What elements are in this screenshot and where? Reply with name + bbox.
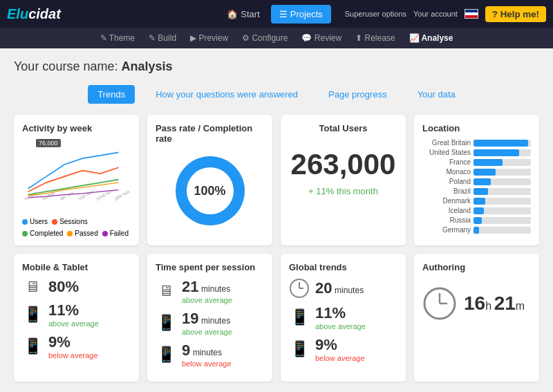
authoring-card: Authoring 16h 21m xyxy=(414,254,539,382)
superuser-link[interactable]: Superuser options xyxy=(345,10,406,18)
account-link[interactable]: Your account xyxy=(413,10,458,18)
passrate-title: Pass rate / Completion rate xyxy=(156,123,264,144)
tab-questions[interactable]: How your questions were answered xyxy=(146,85,308,104)
mobile-desktop-value: 80% xyxy=(48,278,79,296)
mobile-desktop-stat: 🖥 80% xyxy=(22,278,131,296)
activity-chart: 76,000 1st Oct 1st Nov 8th Nov xyxy=(22,139,131,215)
activity-card: Activity by week 76,000 1st Oct 1st xyxy=(14,115,139,245)
timespent-card: Time spent per session 🖥 21 minutes abov… xyxy=(147,254,272,382)
legend-users-dot xyxy=(22,219,28,225)
authoring-clock-icon xyxy=(422,286,457,321)
bar-great-britain: Great Britain xyxy=(422,139,531,147)
tablet-icon: 📱 xyxy=(22,337,43,355)
donut-chart: 100% xyxy=(176,156,245,225)
mobile-card: Mobile & Tablet 🖥 80% 📱 11% above averag… xyxy=(14,254,139,382)
subnav-analyse[interactable]: 📈 Analyse xyxy=(409,33,453,43)
bar-poland: Poland xyxy=(422,178,531,185)
donut-value: 100% xyxy=(194,184,225,198)
globaltrends-mobile-sub: above average xyxy=(315,322,366,330)
legend-failed-dot xyxy=(102,231,108,236)
globaltrends-desktop-unit: minutes xyxy=(335,286,364,295)
tab-bar: Trends How your questions were answered … xyxy=(14,85,539,104)
legend-passed: Passed xyxy=(67,230,97,237)
globaltrends-desktop: 20 minutes xyxy=(289,278,397,299)
globaltrends-clock-icon xyxy=(289,278,310,299)
timespent-desktop-icon: 🖥 xyxy=(156,282,176,300)
legend-failed: Failed xyxy=(102,230,129,237)
page-content: Your course name: Analysis Trends How yo… xyxy=(0,48,553,392)
tab-your-data[interactable]: Your data xyxy=(408,85,465,104)
timespent-tablet-unit: minutes xyxy=(193,348,222,357)
location-card: Location Great Britain United States Fra… xyxy=(414,115,539,245)
authoring-hours-label: h xyxy=(485,300,491,312)
tab-page-progress[interactable]: Page progress xyxy=(319,85,397,104)
timespent-tablet-value: 9 xyxy=(182,342,190,359)
legend-completed-dot xyxy=(22,231,28,236)
globaltrends-tablet-value: 9% xyxy=(315,336,365,354)
globaltrends-tablet-sub: below average xyxy=(315,354,365,362)
activity-title: Activity by week xyxy=(22,123,131,133)
start-button[interactable]: 🏠 Start xyxy=(218,5,268,24)
globaltrends-tablet-icon: 📱 xyxy=(289,340,310,358)
bar-iceland: Iceland xyxy=(422,207,531,214)
svg-text:8th Nov: 8th Nov xyxy=(59,189,75,201)
timespent-mobile-icon: 📱 xyxy=(156,314,176,332)
mobile-title: Mobile & Tablet xyxy=(22,262,131,272)
top-right: Superuser options Your account ? Help me… xyxy=(345,6,546,22)
mobile-tablet-sub: below average xyxy=(48,351,98,360)
globaltrends-mobile: 📱 11% above average xyxy=(289,304,397,330)
mobile-phone-sub: above average xyxy=(48,319,99,328)
mobile-tablet-value: 9% xyxy=(48,333,98,351)
chart-peak-label: 76,000 xyxy=(36,139,61,147)
location-title: Location xyxy=(422,123,531,133)
bar-denmark: Denmark xyxy=(422,197,531,205)
page-title: Your course name: Analysis xyxy=(14,59,539,74)
totalusers-growth: + 11% this month xyxy=(289,186,397,196)
bar-russia: Russia xyxy=(422,216,531,224)
mobile-phone-stat: 📱 11% above average xyxy=(22,301,131,328)
timespent-title: Time spent per session xyxy=(156,262,264,272)
authoring-minutes-label: m xyxy=(516,300,525,312)
svg-text:15th Nov: 15th Nov xyxy=(77,188,95,201)
timespent-desktop-unit: minutes xyxy=(201,284,230,294)
subnav-release[interactable]: ⬆ Release xyxy=(355,33,395,43)
authoring-minutes: 21 xyxy=(494,292,516,314)
timespent-tablet-icon: 📱 xyxy=(156,346,176,364)
authoring-title: Authoring xyxy=(422,262,531,272)
totalusers-count: 263,000 xyxy=(289,147,397,182)
globaltrends-desktop-value: 20 xyxy=(315,279,332,297)
subnav-preview[interactable]: ▶ Preview xyxy=(190,33,228,43)
subnav-review[interactable]: 💬 Review xyxy=(301,33,341,43)
tab-trends[interactable]: Trends xyxy=(88,85,135,104)
subnav-theme[interactable]: ✎ Theme xyxy=(100,33,135,43)
globaltrends-tablet: 📱 9% below average xyxy=(289,336,397,362)
desktop-icon: 🖥 xyxy=(22,278,43,296)
logo: Elucidat xyxy=(7,6,61,22)
legend-sessions: Sessions xyxy=(52,218,88,225)
passrate-card: Pass rate / Completion rate 100% xyxy=(147,115,272,245)
top-bar: Elucidat 🏠 Start ☰ Projects Superuser op… xyxy=(0,0,553,28)
activity-svg: 1st Oct 1st Nov 8th Nov 15th Nov 22nd No… xyxy=(22,139,131,208)
subnav-build[interactable]: ✎ Build xyxy=(149,33,176,43)
subnav-configure[interactable]: ⚙ Configure xyxy=(242,33,288,43)
totalusers-card: Total Users 263,000 + 11% this month xyxy=(281,115,406,245)
location-bars: Great Britain United States France Monac… xyxy=(422,139,531,234)
legend-sessions-dot xyxy=(52,219,57,225)
mobile-phone-value: 11% xyxy=(48,301,99,319)
projects-button[interactable]: ☰ Projects xyxy=(271,5,331,24)
timespent-mobile-unit: minutes xyxy=(201,316,230,326)
help-button[interactable]: ? Help me! xyxy=(485,6,546,22)
mobile-tablet-stat: 📱 9% below average xyxy=(22,333,131,360)
authoring-content: 16h 21m xyxy=(422,286,531,321)
bar-united-states: United States xyxy=(422,149,531,156)
timespent-mobile-sub: above average xyxy=(182,328,232,336)
timespent-mobile: 📱 19 minutes above average xyxy=(156,310,264,336)
timespent-desktop-value: 21 xyxy=(182,278,198,295)
top-nav: 🏠 Start ☰ Projects xyxy=(218,5,330,24)
legend-completed: Completed xyxy=(22,230,63,237)
globaltrends-card: Global trends 20 minutes 📱 11% above ave… xyxy=(281,254,406,382)
chart-legend: Users Sessions Completed Passed Failed xyxy=(22,218,131,237)
timespent-mobile-value: 19 xyxy=(182,310,198,327)
dashboard: Activity by week 76,000 1st Oct 1st xyxy=(14,115,539,382)
timespent-tablet-sub: below average xyxy=(182,360,232,368)
